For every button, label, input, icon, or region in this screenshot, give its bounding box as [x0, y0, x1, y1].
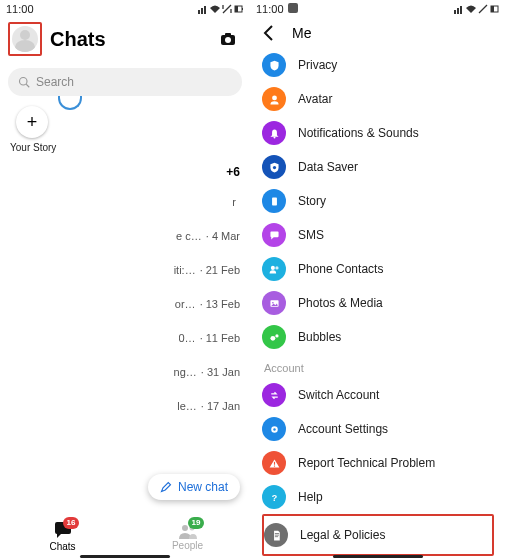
svg-rect-16	[460, 6, 462, 14]
chats-badge: 16	[63, 517, 80, 529]
svg-rect-34	[274, 533, 278, 534]
bubbles-icon	[262, 325, 286, 349]
status-icons	[454, 4, 500, 14]
svg-rect-32	[273, 465, 274, 466]
svg-point-21	[272, 165, 275, 168]
chat-row[interactable]: le… · 17 Jan	[10, 389, 240, 423]
page-title: Me	[292, 25, 311, 41]
image-icon	[262, 291, 286, 315]
profile-avatar-highlight	[8, 22, 42, 56]
legal-policies-highlight: Legal & Policies	[262, 514, 494, 556]
chat-row[interactable]: ng… · 31 Jan	[10, 355, 240, 389]
svg-rect-13	[288, 3, 298, 13]
svg-rect-18	[491, 6, 494, 12]
compose-icon	[160, 481, 172, 493]
svg-point-9	[20, 78, 28, 86]
svg-rect-36	[274, 536, 277, 537]
contacts-icon	[262, 257, 286, 281]
nav-people-label: People	[172, 540, 203, 551]
back-arrow-icon[interactable]	[260, 24, 278, 42]
me-header: Me	[250, 18, 506, 48]
search-icon	[18, 76, 30, 88]
signal-icon	[198, 4, 208, 14]
svg-rect-14	[454, 10, 456, 14]
svg-text:?: ?	[271, 492, 276, 502]
add-story-button[interactable]: +	[16, 106, 48, 138]
story-icon	[262, 189, 286, 213]
warning-icon	[262, 451, 286, 475]
left-screen: 11:00 Chats Search + Your Story +6 r e c…	[0, 0, 250, 560]
document-icon	[264, 523, 288, 547]
privacy-icon	[262, 53, 286, 77]
your-story[interactable]: + Your Story	[0, 100, 250, 159]
signal-icon	[454, 4, 464, 14]
status-bar: 11:00	[0, 0, 250, 18]
setting-story[interactable]: Story	[262, 184, 494, 218]
setting-sms[interactable]: SMS	[262, 218, 494, 252]
new-chat-label: New chat	[178, 480, 228, 494]
svg-rect-22	[272, 197, 277, 205]
svg-rect-1	[201, 8, 203, 14]
app-icon	[288, 3, 298, 13]
svg-line-10	[26, 84, 29, 87]
chat-row[interactable]: 0… · 11 Feb	[10, 321, 240, 355]
setting-data-saver[interactable]: Data Saver	[262, 150, 494, 184]
setting-phone-contacts[interactable]: Phone Contacts	[262, 252, 494, 286]
data-icon	[478, 4, 488, 14]
svg-rect-35	[274, 534, 278, 535]
setting-privacy[interactable]: Privacy	[262, 48, 494, 82]
svg-point-11	[182, 525, 188, 531]
chat-list: r e c… · 4 Mar iti:… · 21 Feb or… · 13 F…	[0, 181, 250, 423]
new-chat-button[interactable]: New chat	[148, 474, 240, 500]
svg-point-24	[275, 266, 278, 269]
nav-people[interactable]: 19 People	[125, 513, 250, 560]
chat-row[interactable]: e c… · 4 Mar	[10, 219, 240, 253]
right-screen: 11:00 Me Privacy Avatar Notifications & …	[250, 0, 506, 560]
setting-switch-account[interactable]: Switch Account	[262, 378, 494, 412]
chat-row[interactable]: r	[10, 185, 240, 219]
setting-report-problem[interactable]: Report Technical Problem	[262, 446, 494, 480]
battery-icon	[234, 4, 244, 14]
gear-icon	[262, 417, 286, 441]
overflow-count: +6	[0, 159, 250, 181]
setting-bubbles[interactable]: Bubbles	[262, 320, 494, 354]
setting-legal-policies[interactable]: Legal & Policies	[264, 518, 492, 552]
camera-button[interactable]	[214, 25, 242, 53]
setting-avatar[interactable]: Avatar	[262, 82, 494, 116]
profile-avatar[interactable]	[12, 26, 38, 52]
wifi-icon	[210, 4, 220, 14]
account-section-label: Account	[262, 354, 494, 378]
svg-point-28	[275, 334, 278, 337]
switch-icon	[262, 383, 286, 407]
battery-icon	[490, 4, 500, 14]
wifi-icon	[466, 4, 476, 14]
your-story-label: Your Story	[10, 142, 240, 153]
nav-chats[interactable]: 16 Chats	[0, 513, 125, 560]
shield-icon	[262, 155, 286, 179]
svg-point-19	[272, 95, 277, 100]
setting-notifications[interactable]: Notifications & Sounds	[262, 116, 494, 150]
sms-icon	[262, 223, 286, 247]
svg-rect-7	[225, 33, 231, 36]
setting-help[interactable]: ? Help	[262, 480, 494, 514]
status-bar: 11:00	[250, 0, 506, 18]
search-input[interactable]: Search	[8, 68, 242, 96]
setting-account-settings[interactable]: Account Settings	[262, 412, 494, 446]
svg-point-23	[270, 265, 274, 269]
setting-photos-media[interactable]: Photos & Media	[262, 286, 494, 320]
svg-rect-15	[457, 8, 459, 14]
chat-row[interactable]: or… · 13 Feb	[10, 287, 240, 321]
home-indicator	[333, 555, 423, 558]
settings-list: Privacy Avatar Notifications & Sounds Da…	[250, 48, 506, 556]
search-placeholder: Search	[36, 75, 74, 89]
chat-row[interactable]: iti:… · 21 Feb	[10, 253, 240, 287]
svg-point-27	[270, 335, 275, 340]
status-time: 11:00	[6, 3, 34, 15]
svg-rect-31	[273, 461, 274, 464]
camera-icon	[218, 29, 238, 49]
bell-icon	[262, 121, 286, 145]
avatar-icon	[262, 87, 286, 111]
nav-chats-label: Chats	[49, 541, 75, 552]
svg-rect-5	[235, 6, 238, 12]
status-time: 11:00	[256, 3, 284, 15]
